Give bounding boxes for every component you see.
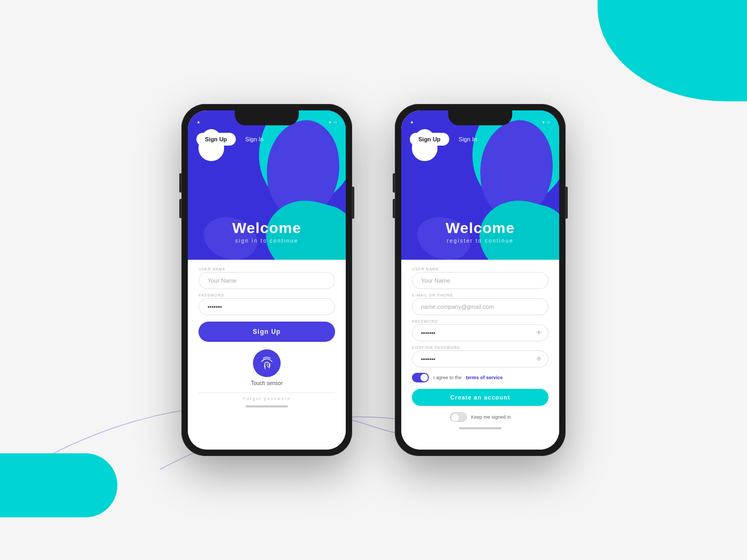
- phone1: ▲ ▼ ▭ Sign Up Sign In Welcome sign in t: [181, 104, 352, 456]
- home-bar-2: [459, 427, 502, 429]
- tab-signup-phone1[interactable]: Sign Up: [196, 133, 236, 146]
- terms-link[interactable]: terms of service: [466, 375, 503, 380]
- phone2-welcome-title: Welcome: [401, 220, 559, 237]
- signal-icon: ▲: [196, 119, 201, 124]
- battery-icon: ▭: [333, 120, 337, 124]
- side-button-right: [352, 187, 354, 219]
- phone2-confirm-wrapper: 👁: [412, 350, 549, 367]
- phone2-username-input[interactable]: [412, 272, 549, 289]
- keep-signed-toggle[interactable]: [450, 412, 467, 422]
- phone1-password-group: PASSWORD: [198, 293, 335, 315]
- phone2-password-wrapper: 👁: [412, 324, 549, 341]
- forgot-password[interactable]: Forgot password: [198, 393, 335, 401]
- phone1-notch: [235, 110, 299, 125]
- phone2-tabs: Sign Up Sign In: [410, 133, 482, 146]
- phone1-password-label: PASSWORD: [198, 293, 335, 297]
- phone2-welcome: Welcome register to continue: [401, 220, 559, 244]
- phone2: ▲ ▼ ▭ Sign Up Sign In Welcome register: [395, 104, 566, 456]
- side-button-2: [179, 199, 181, 218]
- phone1-username-group: USER NAME: [198, 267, 335, 289]
- tab-signin-phone2[interactable]: Sign In: [454, 133, 482, 146]
- phone1-username-label: USER NAME: [198, 267, 335, 271]
- phone1-password-input[interactable]: [198, 298, 335, 315]
- status-icons: ▼ ▭: [328, 120, 337, 124]
- phone2-email-label: E-MAIL OR PHONE: [412, 293, 549, 297]
- phone2-form: USER NAME E-MAIL OR PHONE PASSWORD 👁 CON…: [401, 260, 559, 450]
- confirm-eye-icon[interactable]: 👁: [536, 355, 542, 363]
- terms-text: I agree to the: [433, 375, 462, 380]
- keep-signed-label: Keep me signed in: [471, 414, 511, 420]
- phone1-welcome-sub: sign in to continue: [188, 238, 346, 244]
- phone1-header: ▲ ▼ ▭ Sign Up Sign In Welcome sign in t: [188, 110, 346, 260]
- phone2-username-group: USER NAME: [412, 267, 549, 289]
- phone1-screen: ▲ ▼ ▭ Sign Up Sign In Welcome sign in t: [188, 110, 346, 450]
- phone1-username-input[interactable]: [198, 272, 335, 289]
- touch-sensor-area: Touch sensor: [198, 349, 335, 386]
- phone2-welcome-sub: register to continue: [401, 238, 559, 244]
- phones-container: ▲ ▼ ▭ Sign Up Sign In Welcome sign in t: [181, 104, 566, 456]
- tab-signup-phone2[interactable]: Sign Up: [410, 133, 449, 146]
- terms-row: I agree to the terms of service: [412, 373, 549, 382]
- side-button-3: [393, 173, 395, 193]
- phone2-confirm-group: CONFIRM PASSWORD 👁: [412, 346, 549, 367]
- phone2-password-input[interactable]: [412, 324, 549, 341]
- phone2-notch: [448, 110, 512, 125]
- phone1-tabs: Sign Up Sign In: [196, 133, 269, 146]
- phone1-welcome: Welcome sign in to continue: [188, 220, 346, 244]
- battery-icon-2: ▭: [547, 120, 551, 124]
- phone2-password-group: PASSWORD 👁: [412, 319, 549, 341]
- touch-label: Touch sensor: [251, 380, 282, 386]
- side-button-1: [179, 173, 181, 193]
- side-button-4: [393, 199, 395, 218]
- touch-sensor-button[interactable]: [253, 349, 281, 377]
- side-button-right-2: [566, 187, 568, 219]
- phone1-form: USER NAME PASSWORD Sign Up Touch sensor: [188, 260, 346, 450]
- password-eye-icon[interactable]: 👁: [536, 329, 542, 337]
- phone2-confirm-label: CONFIRM PASSWORD: [412, 346, 549, 349]
- phone2-header: ▲ ▼ ▭ Sign Up Sign In Welcome register: [401, 110, 559, 260]
- phone1-submit-button[interactable]: Sign Up: [198, 322, 335, 342]
- phone2-submit-button[interactable]: Create an account: [412, 389, 549, 406]
- fingerprint-icon: [259, 356, 274, 371]
- phone2-screen: ▲ ▼ ▭ Sign Up Sign In Welcome register: [401, 110, 559, 450]
- phone2-email-input[interactable]: [412, 298, 549, 315]
- phone2-password-label: PASSWORD: [412, 319, 549, 323]
- phone2-email-group: E-MAIL OR PHONE: [412, 293, 549, 315]
- bg-decoration-top: [598, 0, 747, 101]
- status-icons-2: ▼ ▭: [542, 120, 551, 124]
- tab-signin-phone1[interactable]: Sign In: [240, 133, 269, 146]
- phone1-welcome-title: Welcome: [188, 220, 346, 237]
- terms-toggle[interactable]: [412, 373, 429, 382]
- wifi-icon: ▼: [328, 121, 332, 124]
- phone2-confirm-input[interactable]: [412, 350, 549, 367]
- keep-signed-row: Keep me signed in: [412, 412, 549, 422]
- signal-icon-2: ▲: [410, 119, 414, 124]
- toggle-thumb: [420, 374, 428, 381]
- keep-toggle-thumb: [451, 414, 459, 421]
- phone2-username-label: USER NAME: [412, 267, 549, 271]
- wifi-icon-2: ▼: [542, 121, 545, 124]
- home-bar-1: [245, 405, 288, 407]
